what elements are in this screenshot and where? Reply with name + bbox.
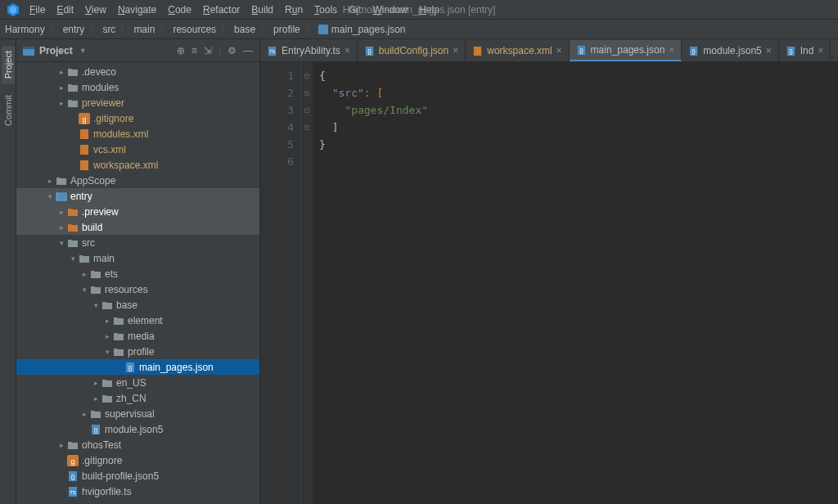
expand-all-icon[interactable]: ⇲ (204, 45, 212, 56)
close-icon[interactable]: × (766, 45, 772, 56)
close-icon[interactable]: × (345, 45, 350, 56)
expand-arrow-icon[interactable]: ▸ (103, 317, 111, 325)
project-tree[interactable]: ▸.deveco▸modules▸previewerg.gitignoremod… (16, 62, 259, 504)
breadcrumb[interactable]: base (234, 24, 255, 35)
expand-arrow-icon[interactable]: ▸ (57, 83, 65, 92)
expand-arrow-icon[interactable]: ▾ (46, 192, 54, 200)
tree-item-label: build-profile.json5 (82, 470, 159, 482)
expand-arrow-icon[interactable]: ▸ (57, 68, 65, 76)
tree-item[interactable]: ▾main (16, 250, 259, 266)
tree-item[interactable]: ▸AppScope (16, 173, 259, 188)
close-icon[interactable]: × (556, 45, 562, 56)
expand-arrow-icon[interactable]: ▾ (69, 254, 77, 263)
expand-arrow-icon[interactable]: ▸ (92, 379, 100, 387)
chevron-right-icon: 〉 (305, 24, 313, 35)
svg-text:TS: TS (70, 490, 76, 495)
chevron-right-icon: 〉 (89, 24, 97, 35)
tree-item[interactable]: {}main_pages.json (16, 359, 259, 375)
expand-arrow-icon[interactable]: ▸ (92, 394, 100, 403)
breadcrumb[interactable]: profile (273, 24, 300, 35)
tree-item[interactable]: ▸previewer (16, 95, 259, 110)
folder-icon (56, 175, 67, 187)
menu-edit[interactable]: Edit (56, 4, 74, 16)
hide-icon[interactable]: — (243, 45, 253, 56)
expand-arrow-icon[interactable]: ▸ (80, 270, 88, 278)
tree-item[interactable]: g.gitignore (16, 110, 259, 126)
editor-tab[interactable]: {}main_pages.json× (570, 40, 683, 61)
expand-arrow-icon[interactable]: ▸ (57, 441, 65, 449)
close-icon[interactable]: × (818, 45, 823, 56)
fold-gutter[interactable]: ⊟⊟⊡⊡ (301, 62, 313, 504)
gear-icon[interactable]: ⚙ (228, 45, 237, 56)
project-panel-title[interactable]: Project (39, 45, 73, 56)
breadcrumb[interactable]: main (133, 24, 155, 35)
expand-arrow-icon[interactable]: ▸ (57, 99, 65, 107)
editor-tab[interactable]: {}module.json5× (682, 40, 778, 61)
tree-item[interactable]: {}build-profile.json5 (16, 468, 259, 484)
expand-arrow-icon[interactable]: ▸ (57, 223, 65, 232)
json-icon: {} (67, 470, 79, 482)
expand-arrow-icon[interactable]: ▾ (80, 286, 88, 294)
tree-item[interactable]: {}module.json5 (16, 421, 259, 437)
expand-arrow-icon[interactable]: ▾ (57, 239, 65, 247)
tree-item[interactable]: ▸.deveco (16, 64, 259, 79)
menu-view[interactable]: View (85, 4, 106, 16)
breadcrumb[interactable]: main_pages.json (331, 24, 406, 35)
folder-icon (90, 268, 101, 280)
tree-item[interactable]: ▸ohosTest (16, 437, 259, 452)
expand-arrow-icon[interactable]: ▸ (103, 332, 111, 340)
tree-item[interactable]: ▸zh_CN (16, 390, 259, 406)
tree-item[interactable]: workspace.xml (16, 157, 259, 173)
folder-icon (101, 377, 113, 389)
tree-item[interactable]: ▸.preview (16, 204, 259, 219)
code-editor[interactable]: 123456 ⊟⊟⊡⊡ { "src": [ "pages/Index" ] } (260, 62, 838, 504)
tree-item[interactable]: g.gitignore (16, 452, 259, 468)
tree-item-label: ohosTest (82, 439, 121, 451)
tree-item[interactable]: TShvigorfile.ts (16, 484, 259, 499)
tree-item[interactable]: ▾profile (16, 344, 259, 359)
tree-item[interactable]: ▸supervisual (16, 406, 259, 421)
expand-arrow-icon[interactable]: ▸ (57, 208, 65, 216)
tree-item[interactable]: ▸modules (16, 79, 259, 95)
tool-window-commit[interactable]: Commit (2, 90, 15, 131)
menu-run[interactable]: Run (285, 4, 303, 16)
tree-item[interactable]: ▾src (16, 235, 259, 250)
breadcrumb[interactable]: entry (63, 24, 85, 35)
editor-tab[interactable]: {}buildConfig.json× (358, 40, 466, 61)
tool-window-project[interactable]: Project (2, 46, 15, 83)
menu-refactor[interactable]: Refactor (203, 4, 240, 16)
menu-tools[interactable]: Tools (314, 4, 337, 16)
close-icon[interactable]: × (453, 45, 458, 56)
breadcrumb[interactable]: Harmony (5, 24, 45, 35)
code-text[interactable]: { "src": [ "pages/Index" ] } (313, 62, 838, 504)
tree-item[interactable]: vcs.xml (16, 142, 259, 157)
editor-tab[interactable]: TSEntryAbility.ts× (260, 40, 358, 61)
tree-item[interactable]: ▾resources (16, 281, 259, 297)
dropdown-icon[interactable]: ▼ (79, 47, 87, 55)
menu-code[interactable]: Code (168, 4, 191, 16)
menu-navigate[interactable]: Navigate (118, 4, 156, 16)
tree-item[interactable]: ▸media (16, 328, 259, 344)
expand-arrow-icon[interactable]: ▾ (103, 348, 111, 356)
expand-arrow-icon[interactable]: ▾ (92, 301, 100, 309)
tree-item[interactable]: ▸ets (16, 266, 259, 281)
chevron-right-icon: 〉 (50, 24, 58, 35)
close-icon[interactable]: × (669, 44, 674, 56)
editor-tab[interactable]: workspace.xml× (466, 40, 569, 61)
tree-item[interactable]: ▸en_US (16, 375, 259, 390)
expand-arrow-icon[interactable]: ▸ (46, 177, 54, 185)
tree-item[interactable]: ▸build (16, 219, 259, 235)
target-icon[interactable]: ⊕ (177, 45, 185, 56)
menu-file[interactable]: File (29, 4, 45, 16)
folder-icon (67, 97, 79, 109)
tree-item[interactable]: ▾entry (16, 188, 259, 204)
expand-arrow-icon[interactable]: ▸ (80, 410, 88, 418)
tree-item[interactable]: ▸element (16, 313, 259, 328)
select-opened-icon[interactable]: ≡ (191, 45, 197, 56)
breadcrumb[interactable]: resources (173, 24, 216, 35)
editor-tab[interactable]: {}Ind× (779, 40, 831, 61)
tree-item[interactable]: ▾base (16, 297, 259, 313)
breadcrumb[interactable]: src (102, 24, 115, 35)
menu-build[interactable]: Build (251, 4, 273, 16)
tree-item[interactable]: modules.xml (16, 126, 259, 142)
